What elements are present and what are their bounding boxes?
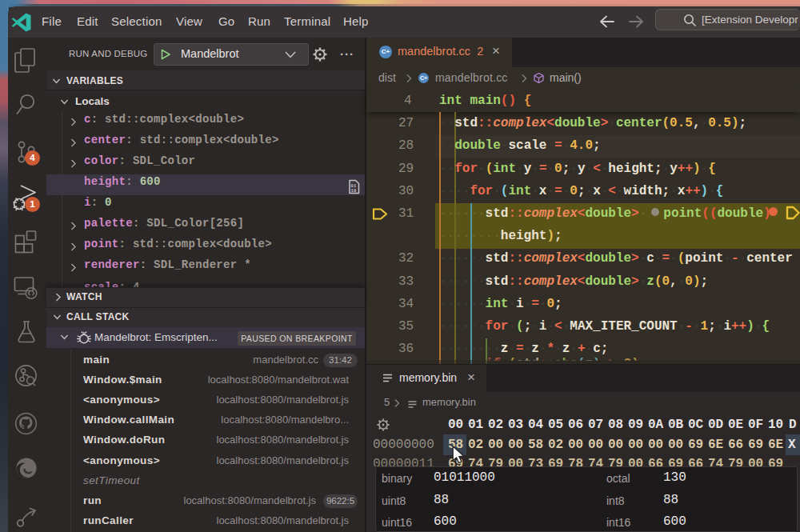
- svg-text:10: 10: [351, 188, 357, 194]
